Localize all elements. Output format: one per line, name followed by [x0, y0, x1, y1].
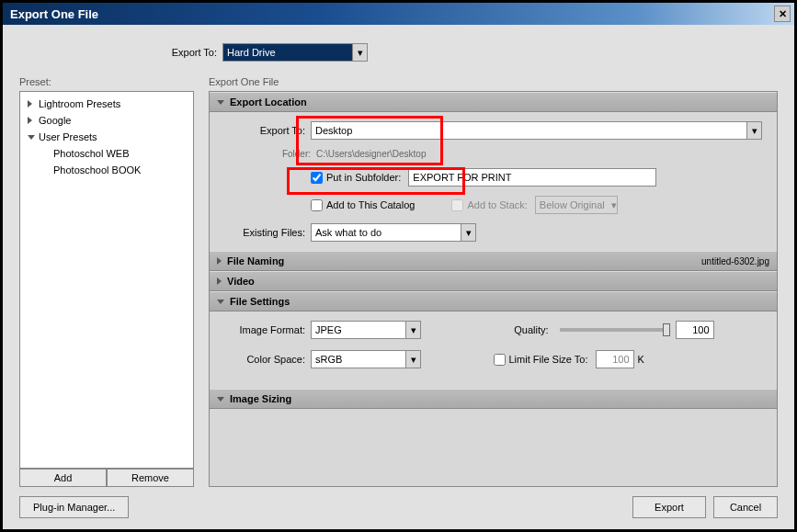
- chevron-down-icon: ▾: [746, 122, 761, 139]
- window-title: Export One File: [6, 7, 774, 21]
- preset-buttons: Add Remove: [19, 469, 194, 487]
- export-to-value: Hard Drive: [227, 47, 276, 58]
- settings-scroll[interactable]: Export Location Export To: Desktop ▾ Fol…: [209, 91, 778, 487]
- quality-slider[interactable]: [560, 328, 670, 332]
- triangle-down-icon: [217, 397, 224, 402]
- section-file-settings-header[interactable]: File Settings: [210, 291, 777, 311]
- bottom-bar: Plug-in Manager... Export Cancel: [19, 487, 778, 518]
- close-button[interactable]: ✕: [774, 6, 791, 22]
- section-file-settings-body: Image Format: JPEG ▾ Quality:: [210, 311, 777, 389]
- catalog-row: Add to This Catalog Add to Stack: Below …: [311, 196, 762, 214]
- settings-column: Export One File Export Location Export T…: [209, 76, 778, 487]
- subfolder-row: Put in Subfolder:: [311, 168, 762, 187]
- titlebar: Export One File ✕: [3, 3, 794, 25]
- preset-item-google[interactable]: Google: [22, 112, 191, 129]
- color-space-combo[interactable]: sRGB ▾: [311, 350, 421, 368]
- subfolder-input[interactable]: [408, 168, 656, 187]
- existing-files-row: Existing Files: Ask what to do ▾: [224, 223, 762, 242]
- section-image-sizing-header[interactable]: Image Sizing: [210, 389, 777, 409]
- add-catalog-checkbox[interactable]: [311, 199, 323, 211]
- chevron-down-icon: ▾: [405, 351, 420, 368]
- folder-row: Folder: C:\Users\designer\Desktop: [224, 149, 762, 159]
- preset-item-book[interactable]: Photoschool BOOK: [22, 162, 191, 178]
- export-to-row: Export To: Hard Drive ▾: [19, 43, 778, 62]
- existing-files-combo[interactable]: Ask what to do ▾: [311, 223, 476, 242]
- triangle-down-icon: [28, 135, 35, 140]
- triangle-down-icon: [217, 300, 224, 304]
- subfolder-checkbox[interactable]: [311, 172, 323, 184]
- export-dialog: Export One File ✕ Export To: Hard Drive …: [2, 2, 795, 530]
- slider-thumb[interactable]: [663, 323, 670, 336]
- add-stack-checkbox: [451, 199, 463, 211]
- preset-item-web[interactable]: Photoschol WEB: [22, 145, 191, 162]
- chevron-down-icon: ▾: [461, 224, 475, 241]
- export-location-row: Export To: Desktop ▾: [224, 121, 762, 140]
- stack-combo: Below Original ▾: [535, 196, 618, 214]
- image-format-combo[interactable]: JPEG ▾: [311, 321, 421, 339]
- export-to-label: Export To:: [157, 47, 217, 58]
- triangle-right-icon: [28, 117, 32, 124]
- triangle-down-icon: [217, 100, 224, 105]
- export-to-combo[interactable]: Hard Drive ▾: [222, 43, 368, 62]
- remove-preset-button[interactable]: Remove: [107, 469, 194, 487]
- export-location-combo[interactable]: Desktop ▾: [311, 121, 762, 140]
- triangle-right-icon: [28, 100, 32, 108]
- section-file-naming-header[interactable]: File Naming untitled-6302.jpg: [210, 251, 777, 271]
- add-preset-button[interactable]: Add: [19, 469, 107, 487]
- quality-input[interactable]: [676, 321, 714, 339]
- chevron-down-icon: ▾: [352, 44, 367, 61]
- section-video-header[interactable]: Video: [210, 271, 777, 291]
- preset-item-lightroom[interactable]: Lightroom Presets: [22, 96, 191, 112]
- cancel-button[interactable]: Cancel: [713, 496, 778, 518]
- triangle-right-icon: [217, 257, 222, 265]
- chevron-down-icon: ▾: [405, 322, 420, 338]
- limit-size-checkbox[interactable]: [494, 354, 506, 366]
- triangle-right-icon: [217, 277, 222, 285]
- content-area: Export To: Hard Drive ▾ Preset: Lightroo…: [3, 25, 794, 529]
- section-export-location-body: Export To: Desktop ▾ Folder: C:\Users\de…: [210, 112, 777, 251]
- chevron-down-icon: ▾: [611, 199, 617, 211]
- export-button[interactable]: Export: [632, 496, 706, 518]
- columns: Preset: Lightroom Presets Google User Pr…: [19, 76, 778, 487]
- section-export-location-header[interactable]: Export Location: [210, 92, 777, 112]
- settings-header-label: Export One File: [209, 76, 778, 87]
- plugin-manager-button[interactable]: Plug-in Manager...: [19, 496, 129, 518]
- preset-item-user[interactable]: User Presets: [22, 129, 191, 145]
- close-icon: ✕: [779, 8, 787, 20]
- preset-label: Preset:: [19, 76, 194, 87]
- preset-column: Preset: Lightroom Presets Google User Pr…: [19, 76, 194, 487]
- limit-size-input: [596, 350, 634, 368]
- preset-list[interactable]: Lightroom Presets Google User Presets Ph…: [19, 91, 194, 469]
